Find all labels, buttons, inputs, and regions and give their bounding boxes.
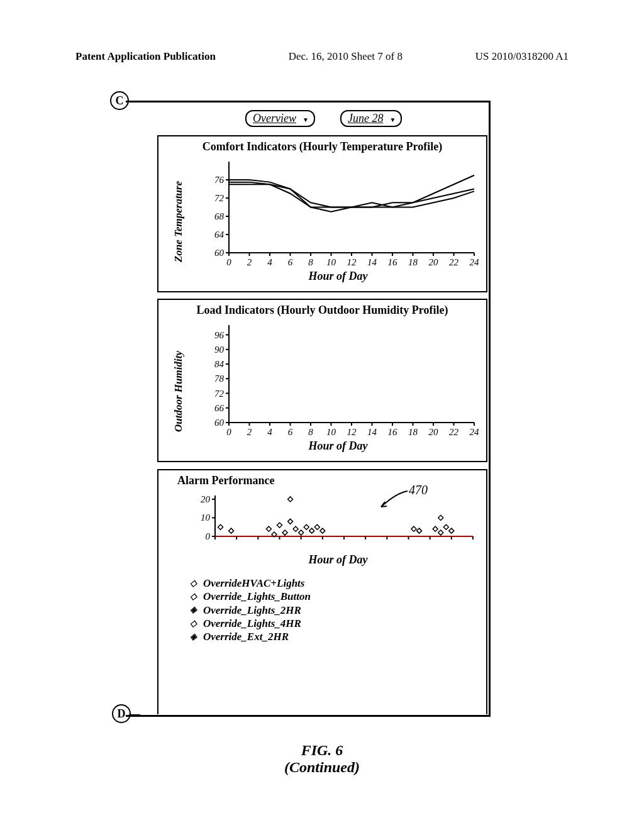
alarm-title: Alarm Performance [177,474,486,487]
svg-text:18: 18 [408,257,418,267]
svg-text:10: 10 [326,257,336,267]
svg-text:20: 20 [429,257,439,267]
svg-text:18: 18 [408,427,418,437]
figure-caption: FIG. 6 (Continued) [0,742,644,776]
comfort-panel: Comfort Indicators (Hourly Temperature P… [157,135,487,292]
date-dropdown[interactable]: June 28 ▼ [340,110,402,127]
svg-text:6: 6 [288,427,293,437]
comfort-title: Comfort Indicators (Hourly Temperature P… [158,140,486,153]
diamond-icon: ◇ [190,578,197,589]
legend-item: Override_Lights_4HR [203,617,301,630]
svg-text:90: 90 [214,345,225,355]
comfort-xlabel: Hour of Day [190,270,486,283]
load-panel: Load Indicators (Hourly Outdoor Humidity… [157,299,487,462]
svg-text:24: 24 [470,257,480,267]
svg-text:64: 64 [214,230,225,240]
legend-item: Override_Lights_2HR [203,604,301,617]
svg-text:72: 72 [214,193,225,203]
svg-text:4: 4 [267,257,272,267]
diamond-icon: ◈ [190,631,197,643]
svg-text:16: 16 [388,257,398,267]
svg-text:84: 84 [214,359,225,369]
load-chart: 60667278849096024681012141618202224 [204,322,486,438]
alarm-panel: Alarm Performance 01020 Hour of Day ◇Ove… [157,469,487,714]
alarm-xlabel: Hour of Day [190,553,486,567]
alarm-chart: 01020 [190,492,486,552]
chevron-down-icon: ▼ [303,116,309,123]
svg-text:2: 2 [247,257,252,267]
svg-text:76: 76 [214,175,225,185]
svg-text:8: 8 [308,427,313,437]
legend-item: OverrideHVAC+Lights [203,577,304,590]
overview-dropdown[interactable]: Overview ▼ [245,110,315,127]
alarm-legend: ◇OverrideHVAC+Lights ◇Override_Lights_Bu… [190,577,486,643]
svg-text:20: 20 [201,494,211,504]
svg-text:20: 20 [429,427,439,437]
diamond-icon: ◈ [190,604,197,616]
svg-text:24: 24 [470,427,480,437]
svg-text:0: 0 [226,257,231,267]
svg-text:10: 10 [326,427,336,437]
diamond-icon: ◇ [190,591,197,602]
top-controls: Overview ▼ June 28 ▼ [245,110,402,127]
svg-text:60: 60 [214,248,225,258]
svg-text:12: 12 [347,427,357,437]
load-ylabel: Outdoor Humidity [172,351,185,432]
svg-text:8: 8 [308,257,313,267]
legend-item: Override_Lights_Button [203,590,311,603]
date-label: June 28 [348,112,383,124]
ref-470-leader [377,489,415,514]
svg-text:14: 14 [367,257,377,267]
svg-text:72: 72 [214,389,225,399]
figure-label: FIG. 6 [0,742,644,759]
header-right: US 2010/0318200 A1 [475,50,569,63]
legend-item: Override_Ext_2HR [203,630,289,643]
svg-text:96: 96 [214,330,225,340]
diamond-icon: ◇ [190,618,197,629]
svg-text:6: 6 [288,257,293,267]
svg-text:14: 14 [367,427,377,437]
svg-text:60: 60 [214,418,225,428]
svg-text:16: 16 [388,427,398,437]
svg-text:22: 22 [449,427,459,437]
svg-text:0: 0 [226,427,231,437]
svg-text:68: 68 [214,211,225,221]
svg-text:4: 4 [267,427,272,437]
chevron-down-icon: ▼ [390,116,396,123]
svg-text:22: 22 [449,257,459,267]
svg-text:12: 12 [347,257,357,267]
svg-text:0: 0 [206,531,211,541]
comfort-ylabel: Zone Temperature [172,181,185,262]
overview-label: Overview [253,112,296,124]
header-left: Patent Application Publication [75,50,216,63]
figure-sub: (Continued) [0,759,644,776]
svg-text:66: 66 [214,403,225,413]
page-header: Patent Application Publication Dec. 16, … [0,50,644,63]
load-title: Load Indicators (Hourly Outdoor Humidity… [158,304,486,317]
svg-text:10: 10 [201,512,211,523]
svg-text:2: 2 [247,427,252,437]
header-mid: Dec. 16, 2010 Sheet 7 of 8 [289,50,402,63]
load-xlabel: Hour of Day [190,440,486,453]
comfort-chart: 6064687276024681012141618202224 [204,158,486,268]
svg-text:78: 78 [214,374,225,384]
